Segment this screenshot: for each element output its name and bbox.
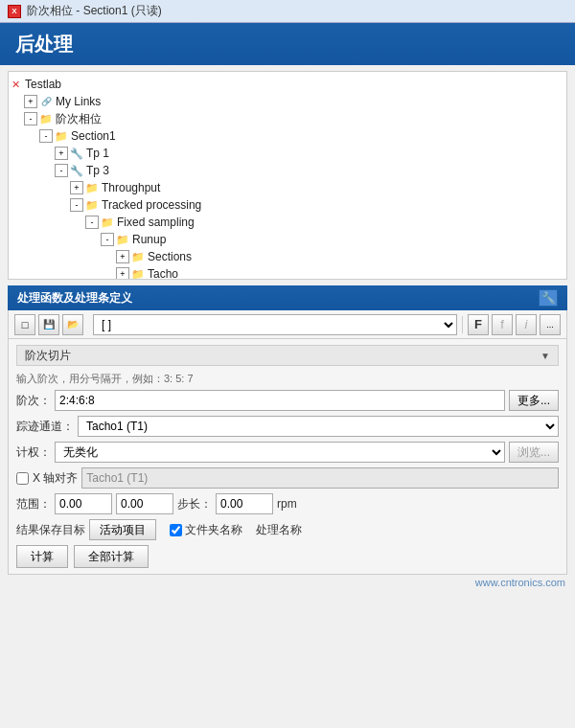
testlab-label: Testlab: [25, 78, 61, 91]
range-label: 范围：: [16, 496, 51, 512]
sections-label: Sections: [148, 250, 192, 263]
font-bold-btn[interactable]: F: [468, 314, 489, 335]
order-input[interactable]: [55, 390, 505, 411]
tacho-expander[interactable]: +: [116, 267, 129, 280]
form-area: 阶次切片 ▼ 输入阶次，用分号隔开，例如：3: 5: 7 阶次： 更多... 踪…: [8, 339, 567, 575]
range-end-input[interactable]: [116, 493, 173, 514]
action-row: 计算 全部计算: [16, 545, 559, 568]
runup-icon: 📁: [116, 233, 129, 246]
tacho-icon: 📁: [131, 267, 145, 280]
save-button[interactable]: 💾: [38, 314, 59, 335]
tree-item-mylinks[interactable]: + 🔗 My Links: [9, 93, 566, 110]
title-bar: X 阶次相位 - Section1 (只读): [0, 0, 575, 23]
toolbar: □ 💾 📂 [ ] F f i ...: [8, 310, 567, 339]
tree-panel[interactable]: ✕ Testlab + 🔗 My Links - 📁 阶次相位 - 📁 Sect…: [8, 71, 567, 280]
section1-expander[interactable]: -: [39, 129, 53, 143]
throughput-expander[interactable]: +: [70, 181, 83, 194]
order-label: 阶次相位: [56, 111, 102, 127]
fixed-expander[interactable]: -: [85, 216, 99, 229]
testlab-icon: ✕: [9, 78, 22, 91]
section1-label: Section1: [71, 129, 116, 143]
tree-item-runup[interactable]: - 📁 Runup: [9, 231, 566, 248]
section-header[interactable]: 阶次切片 ▼: [16, 345, 559, 366]
save-target-row: 结果保存目标 活动项目 文件夹名称 处理名称: [16, 519, 559, 540]
sections-icon: 📁: [131, 250, 145, 263]
tp1-icon: 🔧: [70, 147, 83, 160]
tracked-expander[interactable]: -: [70, 198, 83, 212]
tree-item-tp3[interactable]: - 🔧 Tp 3: [9, 162, 566, 179]
font-normal-btn[interactable]: f: [492, 314, 513, 335]
save-icon: 💾: [43, 319, 55, 330]
app-header: 后处理: [0, 23, 575, 65]
tree-item-tacho[interactable]: + 📁 Tacho: [9, 265, 566, 280]
new-btn[interactable]: □: [14, 314, 35, 335]
bottom-panel: 处理函数及处理条定义 🔧 □ 💾 📂 [ ] F f i ... 阶次切片 ▼ …: [8, 285, 567, 575]
tacho-select[interactable]: Tacho1 (T1): [78, 416, 559, 437]
filename-checkbox[interactable]: [170, 524, 182, 536]
tp1-label: Tp 1: [86, 147, 109, 160]
tree-item-testlab[interactable]: ✕ Testlab: [9, 76, 566, 93]
new-icon: □: [22, 319, 29, 330]
xaxis-input[interactable]: [81, 467, 559, 489]
section-header-text: 阶次切片: [25, 348, 71, 364]
runup-expander[interactable]: -: [101, 233, 114, 246]
tree-item-fixed[interactable]: - 📁 Fixed sampling: [9, 214, 566, 231]
tracked-icon: 📁: [85, 198, 99, 212]
section-header-arrow: ▼: [540, 351, 550, 361]
xaxis-checkbox[interactable]: [16, 472, 29, 485]
tree-item-throughput[interactable]: + 📁 Throughput: [9, 179, 566, 196]
step-input[interactable]: [216, 493, 273, 514]
order-label: 阶次：: [16, 393, 51, 409]
filename-checkbox-row: 文件夹名称: [170, 522, 242, 538]
section1-folder-icon: 📁: [55, 129, 68, 143]
tp3-icon: 🔧: [70, 164, 83, 177]
range-row: 范围： 步长： rpm: [16, 493, 559, 514]
order-folder-icon: 📁: [39, 112, 53, 125]
more-options-btn[interactable]: ...: [540, 314, 561, 335]
tacho-label: 踪迹通道：: [16, 419, 74, 435]
tree-item-tp1[interactable]: + 🔧 Tp 1: [9, 145, 566, 162]
mylinks-icon: 🔗: [39, 95, 53, 108]
open-icon: 📂: [67, 319, 79, 330]
save-target-btn[interactable]: 活动项目: [89, 519, 156, 540]
title-bar-icon: X: [8, 5, 21, 18]
tree-item-sections[interactable]: + 📁 Sections: [9, 248, 566, 265]
tree-item-section1[interactable]: - 📁 Section1: [9, 127, 566, 145]
fixed-icon: 📁: [101, 216, 114, 229]
font-italic-btn[interactable]: i: [516, 314, 537, 335]
xaxis-row: X 轴对齐: [16, 467, 559, 489]
range-start-input[interactable]: [55, 493, 112, 514]
tp3-label: Tp 3: [86, 164, 109, 177]
throughput-label: Throughput: [102, 181, 160, 194]
weight-row: 计权： 无类化 浏览...: [16, 442, 559, 463]
panel-header-title: 处理函数及处理条定义: [17, 290, 132, 307]
sections-expander[interactable]: +: [116, 250, 129, 263]
order-more-btn[interactable]: 更多...: [509, 390, 559, 411]
order-expander[interactable]: -: [24, 112, 37, 125]
calc-all-btn[interactable]: 全部计算: [74, 545, 149, 568]
open-button[interactable]: 📂: [62, 314, 83, 335]
fixed-label: Fixed sampling: [117, 216, 195, 229]
weight-select[interactable]: 无类化: [55, 442, 505, 463]
app-header-title: 后处理: [15, 32, 73, 57]
mylinks-label: My Links: [56, 95, 101, 108]
function-select[interactable]: [ ]: [93, 314, 457, 335]
toolbar-divider: [462, 316, 463, 333]
order-row: 阶次： 更多...: [16, 390, 559, 411]
panel-header-icon[interactable]: 🔧: [539, 289, 558, 307]
tree-item-order[interactable]: - 📁 阶次相位: [9, 110, 566, 127]
form-hint: 输入阶次，用分号隔开，例如：3: 5: 7: [16, 372, 559, 386]
calc-btn[interactable]: 计算: [16, 545, 68, 568]
tp3-expander[interactable]: -: [55, 164, 68, 177]
throughput-icon: 📁: [85, 181, 99, 194]
weight-label: 计权：: [16, 444, 51, 461]
title-bar-text: 阶次相位 - Section1 (只读): [27, 3, 162, 19]
tracked-label: Tracked processing: [102, 198, 201, 212]
tree-item-tracked[interactable]: - 📁 Tracked processing: [9, 196, 566, 214]
xaxis-label: X 轴对齐: [33, 470, 78, 487]
tp1-expander[interactable]: +: [55, 147, 68, 160]
filename-label: 文件夹名称: [185, 522, 242, 538]
tree-panel-inner: ✕ Testlab + 🔗 My Links - 📁 阶次相位 - 📁 Sect…: [9, 72, 566, 280]
weight-browse-btn[interactable]: 浏览...: [509, 442, 559, 463]
mylinks-expander[interactable]: +: [24, 95, 37, 108]
